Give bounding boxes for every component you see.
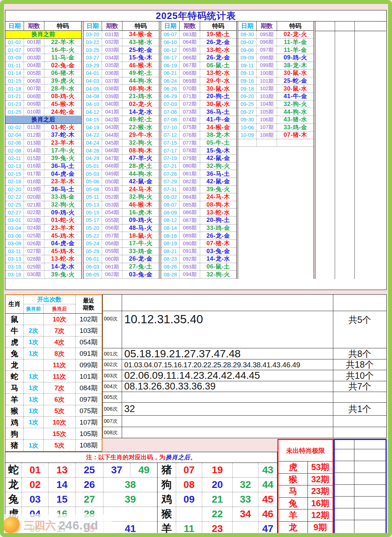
- period-cell: 002期: [24, 46, 44, 54]
- date-cell: 03-20: [83, 31, 102, 38]
- rows: 06-07063期19-猪-土06-10064期26-龙-金06-12065期1…: [161, 31, 236, 279]
- date-cell: 08-02: [161, 193, 180, 201]
- statistics-sheet-page: 2025年特码统计表 日期期数特码换肖之前01-02001期22-羊-木01-0…: [0, 0, 392, 537]
- period-cell: 093期: [180, 263, 200, 271]
- limit-periods-cell: 23期: [308, 485, 333, 497]
- code-cell: 09-鸡-火: [277, 54, 314, 62]
- table-row: 02-06013期23-羊-木: [5, 139, 81, 147]
- mapping-row: 兔03152739: [5, 492, 157, 507]
- count-total: [333, 392, 386, 402]
- period-cell: 025期: [24, 232, 44, 240]
- date-cell: 03-13: [5, 255, 24, 263]
- period-cell: 023期: [24, 217, 44, 224]
- period-cell: 024期: [24, 224, 44, 232]
- date-cell: 10-09: [238, 131, 257, 139]
- table-row: 09-11099期38-龙-木: [238, 62, 314, 70]
- mapping-number-cell: 09: [176, 492, 202, 507]
- date-cell: 07-15: [161, 139, 180, 147]
- mapping-number-cell: 27: [76, 492, 103, 507]
- table-row: 01-14005期06-猪-木: [5, 69, 81, 77]
- period-cell: 035期: [102, 62, 122, 69]
- period-cell: 011期: [24, 124, 44, 131]
- code-cell: 46-猴-木: [122, 201, 159, 209]
- period-cell: 084期: [180, 193, 200, 201]
- code-cell: 26-龙-金: [200, 54, 236, 62]
- code-cell: 30-鼠-水: [200, 101, 236, 108]
- count-total: [333, 295, 386, 311]
- count-label: 001次: [103, 348, 122, 359]
- draw-count-table: 000次10.12.31.35.40共5个001次05.18.19.21.27.…: [102, 294, 387, 438]
- period-cell: 106期: [257, 116, 277, 124]
- date-cell: 02-18: [5, 178, 24, 185]
- count-numbers: 01.03.04.07.15.16.17.20.22.25.28.29.34.3…: [122, 359, 333, 370]
- date-cell: 03-16: [5, 263, 24, 271]
- stats-after-count-cell: 7次: [44, 382, 76, 394]
- date-cell: 01-23: [5, 101, 24, 108]
- code-cell: 11-羊-金: [277, 46, 314, 54]
- code-cell: 23-羊-木: [44, 139, 81, 147]
- date-cell: 06-03: [83, 263, 102, 271]
- period-column-group-4: 日期期数特码08-30095期02-龙-火09-02096期11-羊-金09-0…: [238, 21, 314, 279]
- header-code: 特码: [122, 21, 159, 30]
- period-cell: 056期: [102, 224, 122, 232]
- table-row: 05-11052期32-狗-火: [83, 193, 159, 201]
- table-row: 07-17078期15-兔-木: [161, 147, 236, 155]
- period-cell: 026期: [24, 240, 44, 247]
- code-cell: 08-狗-木: [200, 201, 236, 209]
- empty-grid-cell: [335, 440, 354, 449]
- stats-header-zodiac: 生肖: [6, 295, 24, 314]
- column-headers: 日期期数特码: [5, 21, 81, 31]
- mapping-number-cell: 23: [202, 522, 233, 536]
- count-row: 005次: [103, 392, 386, 403]
- period-cell: 066期: [180, 54, 200, 62]
- stats-after-count-cell: 11次: [44, 371, 76, 382]
- count-label: [103, 295, 122, 311]
- date-cell: 02-06: [5, 139, 24, 147]
- date-cell: 05-13: [83, 201, 102, 209]
- code-cell: 20-狗-土: [200, 217, 236, 224]
- mapping-row: 猴223446: [158, 507, 277, 522]
- date-cell: 04-24: [83, 139, 102, 147]
- code-cell: 32-狗-火: [122, 193, 159, 201]
- period-cell: 022期: [24, 209, 44, 216]
- date-cell: 03-08: [5, 240, 24, 247]
- date-cell: 09-27: [238, 108, 257, 116]
- code-cell: 16-牛-火: [44, 46, 81, 54]
- gridline: [315, 31, 386, 31]
- code-cell: 24-马-木: [122, 186, 159, 193]
- code-cell: 42-鼠-金: [200, 155, 236, 162]
- code-cell: 01-蛇-火: [44, 217, 81, 224]
- mapping-number-cell: 25: [76, 463, 103, 477]
- table-row: 02-20019期36-马-土: [5, 186, 81, 194]
- date-cell: 08-28: [161, 271, 180, 278]
- period-cell: 101期: [257, 77, 277, 85]
- stats-header-recent-line1: 最近: [83, 297, 95, 304]
- mapping-number-cell: 15: [49, 492, 76, 507]
- watermark-logo-icon: [3, 517, 21, 534]
- table-row: 01-18007期28-牛-水: [5, 85, 81, 93]
- mapping-number-cell: 07: [176, 463, 202, 477]
- stats-recent-period-cell: 099期: [76, 359, 102, 371]
- table-row: 08-19090期07-猪-木: [161, 240, 236, 248]
- code-cell: 20-狗-土: [200, 93, 236, 100]
- table-row: 08-30095期02-龙-火: [238, 31, 314, 39]
- code-cell: 09-鸡-火: [44, 209, 81, 216]
- date-cell: 03-25: [83, 46, 102, 54]
- date-cell: 07-08: [161, 116, 180, 124]
- date-cell: 08-09: [161, 209, 180, 216]
- table-row: 04-22044期29-牛-水: [83, 131, 159, 139]
- mapping-number-cell: 37: [103, 463, 130, 477]
- period-cell: 100期: [257, 69, 277, 77]
- code-cell: 27-兔-土: [122, 263, 159, 271]
- mapping-zodiac-cell: 猴: [158, 507, 176, 521]
- table-row: 09-09098期09-鸡-火: [238, 54, 314, 62]
- period-cell: 108期: [257, 131, 277, 139]
- period-cell: 091期: [180, 248, 200, 255]
- stats-zodiac-cell: 龙: [6, 359, 24, 371]
- stats-zodiac-cell: 鸡: [6, 417, 24, 428]
- period-cell: 094期: [180, 271, 200, 278]
- date-cell: 05-22: [83, 232, 102, 240]
- date-cell: 04-08: [83, 93, 102, 100]
- zodiac-stats-table: 生肖 开出次数 最近 期数 换肖前 换肖后 鼠10次102期牛2次7次103期虎…: [5, 294, 102, 452]
- date-cell: 06-21: [161, 69, 180, 77]
